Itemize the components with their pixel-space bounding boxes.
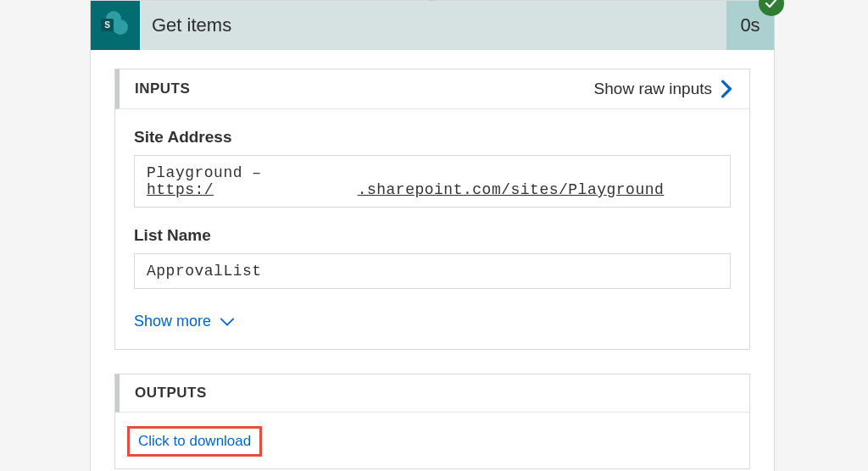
action-title: Get items bbox=[140, 14, 726, 36]
inputs-section: INPUTS Show raw inputs Site Address Play… bbox=[114, 69, 750, 350]
show-more-label: Show more bbox=[134, 313, 211, 330]
list-name-value[interactable]: ApprovalList bbox=[134, 253, 731, 289]
chevron-down-icon bbox=[220, 317, 235, 327]
inputs-header: INPUTS Show raw inputs bbox=[115, 69, 749, 109]
inputs-title: INPUTS bbox=[135, 80, 594, 97]
outputs-title: OUTPUTS bbox=[135, 385, 734, 402]
chevron-right-icon bbox=[719, 80, 734, 98]
site-address-label: Site Address bbox=[134, 128, 731, 147]
action-card: S Get items 0s INPUTS Show raw inputs Si… bbox=[90, 0, 775, 471]
click-to-download-link[interactable]: Click to download bbox=[138, 433, 251, 449]
inputs-content: Site Address Playground – https:/ .share… bbox=[115, 109, 749, 349]
list-name-label: List Name bbox=[134, 226, 731, 245]
action-body: INPUTS Show raw inputs Site Address Play… bbox=[91, 50, 774, 471]
show-raw-inputs-label: Show raw inputs bbox=[594, 80, 712, 98]
site-address-field: Site Address Playground – https:/ .share… bbox=[134, 128, 731, 208]
list-name-field: List Name ApprovalList bbox=[134, 226, 731, 289]
site-address-value[interactable]: Playground – https:/ .sharepoint.com/sit… bbox=[134, 155, 731, 208]
download-highlight-box: Click to download bbox=[127, 426, 262, 457]
outputs-section: OUTPUTS Click to download bbox=[114, 374, 750, 469]
outputs-content: Click to download bbox=[115, 413, 749, 468]
show-more-button[interactable]: Show more bbox=[134, 313, 235, 330]
sharepoint-icon: S bbox=[91, 1, 140, 50]
outputs-header: OUTPUTS bbox=[115, 374, 749, 413]
show-raw-inputs-button[interactable]: Show raw inputs bbox=[594, 80, 734, 98]
action-header[interactable]: S Get items 0s bbox=[91, 1, 774, 50]
